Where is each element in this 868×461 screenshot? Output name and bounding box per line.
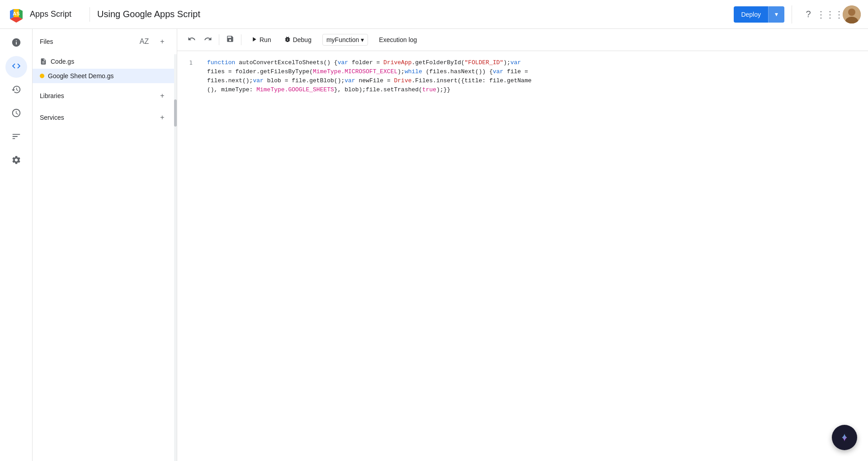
services-title: Services: [40, 114, 151, 121]
line-numbers: 1: [177, 58, 200, 454]
file-name-demo: Google Sheet Demo.gs: [48, 72, 114, 80]
save-button[interactable]: [223, 33, 237, 47]
run-button[interactable]: Run: [245, 33, 277, 47]
add-file-icon: +: [160, 38, 164, 46]
debug-label: Debug: [293, 36, 311, 43]
dropdown-arrow-icon: ▾: [361, 36, 364, 43]
libraries-title: Libraries: [40, 92, 151, 99]
scrollbar-thumb[interactable]: [174, 99, 177, 127]
apps-button[interactable]: ⋮⋮⋮: [821, 5, 839, 24]
logo-area: AS Apps Script: [7, 5, 71, 24]
code-icon: [11, 61, 21, 73]
nav-info-button[interactable]: [5, 33, 27, 54]
deploy-main-button[interactable]: Deploy: [734, 6, 768, 23]
add-service-button[interactable]: +: [155, 110, 170, 125]
deploy-arrow-button[interactable]: ▼: [768, 6, 784, 23]
run-icon: [250, 36, 258, 44]
nav-history-button[interactable]: [5, 80, 27, 101]
main-layout: Files AZ + Code.gs Google Sheet Demo.gs: [0, 29, 868, 461]
chat-fab-button[interactable]: [832, 425, 857, 450]
editor-toolbar: Run Debug myFunction ▾ Execution log: [177, 29, 868, 51]
execution-log-label: Execution log: [379, 36, 417, 43]
toolbar-divider-2: [241, 34, 241, 45]
svg-text:AS: AS: [13, 11, 19, 16]
files-title: Files: [40, 38, 133, 45]
file-name-code: Code.gs: [51, 58, 74, 65]
add-service-icon: +: [160, 113, 164, 122]
svg-point-2: [848, 9, 855, 16]
debug-icon: [284, 36, 291, 44]
help-icon: ?: [806, 9, 811, 19]
nav-executions-button[interactable]: [5, 127, 27, 148]
run-label: Run: [259, 36, 271, 43]
function-selector[interactable]: myFunction ▾: [322, 34, 368, 46]
code-editor[interactable]: 1 function autoConvertExcelToSheets() {v…: [177, 51, 868, 461]
editor-area: Run Debug myFunction ▾ Execution log 1 f…: [177, 29, 868, 461]
app-name: Apps Script: [30, 9, 71, 19]
file-item-googledemo[interactable]: Google Sheet Demo.gs: [33, 69, 177, 83]
file-panel: Files AZ + Code.gs Google Sheet Demo.gs: [33, 29, 177, 461]
grid-icon: ⋮⋮⋮: [816, 9, 844, 20]
services-section: Services +: [33, 105, 177, 127]
file-item-codogs[interactable]: Code.gs: [33, 54, 177, 69]
user-avatar[interactable]: [843, 5, 861, 24]
sort-files-button[interactable]: AZ: [137, 34, 151, 49]
redo-button[interactable]: [201, 33, 215, 47]
list-icon: [11, 132, 21, 144]
file-panel-header: Files AZ +: [33, 29, 177, 54]
apps-script-logo: AS: [7, 5, 25, 24]
nav-code-button[interactable]: [5, 56, 27, 78]
chat-fab-icon: [838, 431, 851, 444]
code-content[interactable]: function autoConvertExcelToSheets() {var…: [200, 58, 868, 454]
header: AS Apps Script Using Google Apps Script …: [0, 0, 868, 29]
nav-triggers-button[interactable]: [5, 103, 27, 125]
unsaved-indicator: [40, 74, 44, 78]
project-name: Using Google Apps Script: [97, 9, 734, 19]
save-icon: [226, 35, 234, 45]
side-nav: [0, 29, 33, 461]
add-library-icon: +: [160, 92, 164, 100]
info-icon: [11, 38, 21, 50]
function-name: myFunction: [326, 36, 359, 43]
nav-settings-button[interactable]: [5, 150, 27, 172]
avatar-image: [843, 5, 861, 24]
add-file-button[interactable]: +: [155, 34, 170, 49]
undo-icon: [188, 35, 196, 45]
line-number-1: 1: [184, 58, 193, 67]
help-button[interactable]: ?: [799, 5, 817, 24]
libraries-section: Libraries +: [33, 83, 177, 105]
sort-icon: AZ: [140, 38, 149, 46]
history-icon: [11, 85, 21, 97]
add-library-button[interactable]: +: [155, 89, 170, 103]
undo-button[interactable]: [184, 33, 199, 47]
file-list: Code.gs Google Sheet Demo.gs Libraries +…: [33, 54, 177, 461]
execution-log-button[interactable]: Execution log: [373, 33, 422, 46]
debug-button[interactable]: Debug: [278, 33, 317, 47]
header-divider: [90, 7, 90, 22]
header-actions: Deploy ▼ ? ⋮⋮⋮: [734, 5, 861, 24]
deploy-button[interactable]: Deploy ▼: [734, 6, 784, 23]
toolbar-divider-1: [219, 34, 219, 45]
scrollbar-track: [174, 54, 177, 461]
file-icon: [40, 58, 47, 65]
clock-icon: [11, 108, 21, 120]
settings-icon: [11, 155, 21, 167]
header-right-divider: [792, 5, 792, 24]
redo-icon: [204, 35, 212, 45]
